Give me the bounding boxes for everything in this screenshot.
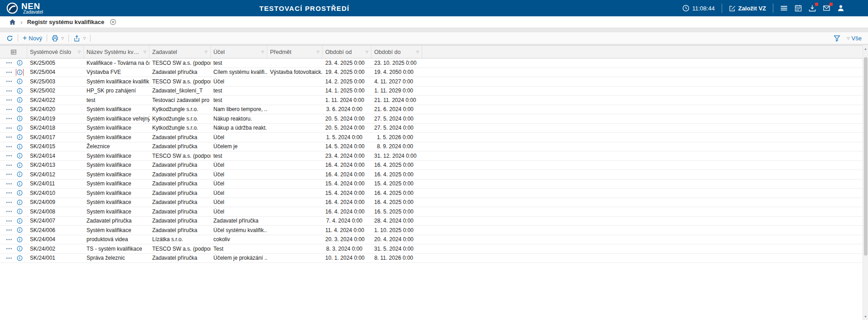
row-menu-icon[interactable] bbox=[6, 127, 12, 129]
row-menu-icon[interactable] bbox=[6, 90, 12, 92]
table-row[interactable]: SK/24/013 Systém kvalifikace Zadavatel p… bbox=[0, 161, 868, 170]
row-menu-icon[interactable] bbox=[6, 247, 12, 250]
export-button[interactable]: ▽ bbox=[73, 35, 86, 42]
home-button[interactable] bbox=[9, 19, 16, 25]
column-header-name[interactable]: Název Systému kvalifikace ▽ bbox=[84, 46, 149, 58]
print-button[interactable]: ▽ bbox=[52, 35, 64, 42]
table-row[interactable]: SK/24/011 Systém kvalifikace Zadavatel p… bbox=[0, 179, 868, 189]
vertical-scrollbar[interactable]: ▲ ▼ bbox=[863, 45, 868, 320]
row-menu-icon[interactable] bbox=[6, 62, 12, 64]
row-info-icon[interactable] bbox=[16, 162, 23, 169]
column-header-system-number[interactable]: Systémové číslo ▽ bbox=[27, 46, 84, 58]
table-row[interactable]: SK/24/007 Zadavatel příručka Zadavatel p… bbox=[0, 217, 868, 226]
row-menu-icon[interactable] bbox=[6, 99, 12, 101]
filter-caret-icon[interactable]: ▽ bbox=[416, 50, 419, 54]
table-row[interactable]: SK/25/005 Kvalifikace - Továrna na čo...… bbox=[0, 58, 868, 68]
print-dropdown-caret-icon[interactable]: ▽ bbox=[61, 36, 64, 40]
create-vz-button[interactable]: Založit VZ bbox=[729, 5, 766, 12]
filter-caret-icon[interactable]: ▽ bbox=[78, 50, 81, 54]
calendar-button[interactable] bbox=[795, 5, 802, 12]
row-menu-icon[interactable] bbox=[6, 145, 12, 148]
row-info-icon[interactable] bbox=[16, 218, 23, 224]
row-info-icon[interactable] bbox=[16, 97, 23, 103]
nen-logo-group[interactable]: NEN Zadavatel bbox=[6, 2, 43, 15]
export-dropdown-caret-icon[interactable]: ▽ bbox=[83, 36, 86, 40]
row-info-icon[interactable] bbox=[16, 245, 23, 252]
filter-caret-icon[interactable]: ▽ bbox=[317, 50, 319, 54]
menu-button[interactable] bbox=[780, 5, 788, 12]
table-row[interactable]: SK/24/014 Systém kvalifikace TESCO SW a.… bbox=[0, 151, 868, 161]
row-menu-icon[interactable] bbox=[6, 164, 12, 166]
row-info-icon[interactable] bbox=[16, 59, 23, 66]
row-info-icon[interactable] bbox=[16, 115, 23, 122]
row-menu-icon[interactable] bbox=[6, 229, 12, 231]
row-menu-icon[interactable] bbox=[6, 183, 12, 185]
row-info-icon[interactable] bbox=[16, 143, 23, 150]
table-row[interactable]: SK/24/004 produktová videa Lízátka s.r.o… bbox=[0, 235, 868, 245]
row-menu-icon[interactable] bbox=[6, 155, 12, 157]
new-record-button[interactable]: + Nový bbox=[23, 34, 42, 42]
table-row[interactable]: SK/25/002 HP_SK pro zahájení Zadavatel_š… bbox=[0, 87, 868, 96]
scrollbar-thumb[interactable] bbox=[864, 57, 868, 256]
filter-caret-icon[interactable]: ▽ bbox=[261, 50, 264, 54]
row-menu-icon[interactable] bbox=[6, 192, 12, 194]
row-menu-icon[interactable] bbox=[6, 71, 12, 73]
row-info-icon[interactable] bbox=[16, 199, 23, 206]
table-row[interactable]: SK/24/019 Systém kvalifikace veřejný Kyt… bbox=[0, 114, 868, 124]
row-info-icon[interactable] bbox=[16, 69, 23, 76]
table-row[interactable]: SK/24/009 Systém kvalifikace Zadavatel p… bbox=[0, 198, 868, 208]
table-row[interactable]: SK/25/003 Systém kvalifikace kvalifik...… bbox=[0, 77, 868, 87]
column-header-contracting-authority[interactable]: Zadavatel ▽ bbox=[149, 46, 211, 58]
row-menu-icon[interactable] bbox=[6, 108, 12, 111]
row-menu-icon[interactable] bbox=[6, 173, 12, 175]
table-row[interactable]: SK/24/012 Systém kvalifikace Zadavatel p… bbox=[0, 170, 868, 179]
row-menu-icon[interactable] bbox=[6, 238, 12, 241]
row-info-icon[interactable] bbox=[16, 227, 23, 233]
close-tab-button[interactable] bbox=[110, 19, 116, 25]
table-row[interactable]: SK/24/010 Systém kvalifikace Zadavatel p… bbox=[0, 189, 868, 198]
table-row[interactable]: SK/24/006 Systém kvalifikace Zadavatel p… bbox=[0, 226, 868, 235]
table-row[interactable]: SK/24/017 Systém kvalifikace Zadavatel p… bbox=[0, 133, 868, 142]
row-menu-icon[interactable] bbox=[6, 117, 12, 120]
row-info-icon[interactable] bbox=[16, 152, 23, 159]
row-info-icon[interactable] bbox=[16, 208, 23, 215]
column-header-purpose[interactable]: Účel ▽ bbox=[211, 46, 267, 58]
filter-caret-icon[interactable]: ▽ bbox=[144, 50, 146, 54]
column-header-period-to[interactable]: Období do ▽ bbox=[371, 46, 422, 58]
filter-caret-icon[interactable]: ▽ bbox=[366, 50, 368, 54]
row-menu-icon[interactable] bbox=[6, 136, 12, 138]
row-menu-icon[interactable] bbox=[6, 201, 12, 204]
column-header-period-from[interactable]: Období od ▽ bbox=[323, 46, 371, 58]
messages-button[interactable] bbox=[823, 5, 830, 12]
downloads-button[interactable] bbox=[809, 5, 816, 12]
filter-button[interactable] bbox=[834, 35, 840, 42]
table-row[interactable]: SK/24/015 Železnice Zadavatel příručka Ú… bbox=[0, 142, 868, 152]
table-row[interactable]: SK/24/020 Systém kvalifikace Kytkodžungl… bbox=[0, 105, 868, 115]
row-info-icon[interactable] bbox=[16, 78, 23, 85]
row-info-icon[interactable] bbox=[16, 106, 23, 113]
row-info-icon[interactable] bbox=[16, 125, 23, 131]
row-info-icon[interactable] bbox=[16, 189, 23, 196]
row-menu-icon[interactable] bbox=[6, 257, 12, 259]
row-info-icon[interactable] bbox=[16, 171, 23, 178]
table-row[interactable]: SK/24/018 Systém kvalifikace Kytkodžungl… bbox=[0, 124, 868, 133]
row-menu-icon[interactable] bbox=[6, 210, 12, 213]
column-header-subject[interactable]: Předmět ▽ bbox=[267, 46, 323, 58]
table-row[interactable]: SK/24/008 System kvalifikace Zadavatel p… bbox=[0, 207, 868, 217]
row-info-icon[interactable] bbox=[16, 180, 23, 187]
row-info-icon[interactable] bbox=[16, 236, 23, 243]
row-info-icon[interactable] bbox=[16, 87, 23, 94]
filter-caret-icon[interactable]: ▽ bbox=[205, 50, 207, 54]
column-chooser[interactable] bbox=[0, 46, 27, 58]
scroll-down-icon[interactable]: ▼ bbox=[863, 315, 868, 318]
user-profile-button[interactable] bbox=[837, 5, 844, 12]
view-all-dropdown[interactable]: ▽ Vše bbox=[846, 35, 862, 42]
refresh-button[interactable] bbox=[6, 35, 13, 42]
table-row[interactable]: SK/24/001 Správa železnic Zadavatel přír… bbox=[0, 254, 868, 263]
table-row[interactable]: SK/24/022 test Testovací zadavatel pro .… bbox=[0, 96, 868, 105]
table-row[interactable]: SK/25/004 Výstavba FVE Zadavatel příručk… bbox=[0, 68, 868, 78]
row-menu-icon[interactable] bbox=[6, 220, 12, 222]
scroll-up-icon[interactable]: ▲ bbox=[863, 47, 868, 50]
row-menu-icon[interactable] bbox=[6, 80, 12, 82]
row-info-icon[interactable] bbox=[16, 255, 23, 262]
